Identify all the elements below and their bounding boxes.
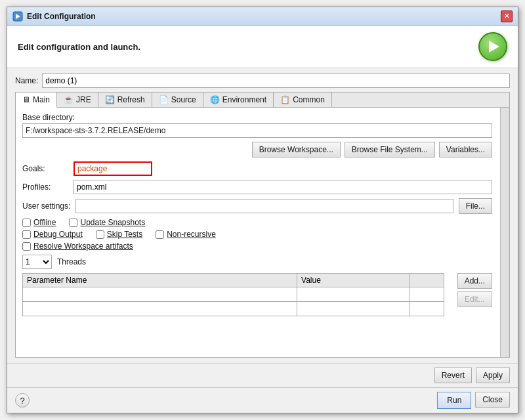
title-bar-left: Edit Configuration — [12, 11, 96, 22]
base-directory-label: Base directory: — [22, 113, 503, 122]
tab-main-label: Main — [33, 95, 50, 104]
checkbox-row-1: Offline Update Snapshots — [22, 218, 492, 227]
debug-output-label: Debug Output — [33, 230, 83, 239]
base-directory-section: Base directory: — [22, 113, 503, 138]
common-tab-icon: 📋 — [280, 95, 290, 104]
skip-tests-label: Skip Tests — [107, 230, 142, 239]
checkbox-row-3: Resolve Workspace artifacts — [22, 242, 492, 251]
name-input[interactable] — [42, 74, 510, 88]
header-text: Edit configuration and launch. — [18, 42, 140, 52]
user-settings-label: User settings: — [22, 201, 70, 211]
apply-button[interactable]: Apply — [476, 368, 510, 383]
footer-area: Revert Apply — [7, 363, 518, 387]
table-cell-extra — [410, 302, 444, 316]
update-snapshots-label: Update Snapshots — [80, 218, 145, 227]
tab-content-main: Base directory: Browse Workspace... Brow… — [16, 108, 509, 357]
params-table-wrapper: Parameter Name Value — [22, 273, 455, 316]
params-section: Parameter Name Value — [22, 273, 492, 316]
content-area: Name: 🖥 Main ☕ JRE 🔄 Refresh — [7, 68, 518, 363]
browse-row: Browse Workspace... Browse File System..… — [22, 142, 492, 158]
help-button[interactable]: ? — [15, 393, 30, 408]
scrollbar[interactable] — [500, 108, 509, 357]
browse-filesystem-button[interactable]: Browse File System... — [345, 142, 435, 158]
resolve-artifacts-label: Resolve Workspace artifacts — [33, 242, 133, 251]
user-settings-input[interactable] — [75, 199, 453, 213]
threads-row: 1 2 4 Threads — [22, 255, 492, 269]
bottom-right: Run Close — [437, 392, 510, 409]
skip-tests-checkbox-item[interactable]: Skip Tests — [96, 230, 142, 239]
profiles-label: Profiles: — [22, 182, 68, 192]
name-row: Name: — [15, 74, 510, 88]
run-button[interactable]: Run — [437, 392, 471, 409]
environment-tab-icon: 🌐 — [210, 95, 220, 104]
skip-tests-checkbox[interactable] — [96, 230, 104, 239]
tab-environment-label: Environment — [222, 95, 266, 104]
update-snapshots-checkbox-item[interactable]: Update Snapshots — [69, 218, 145, 227]
update-snapshots-checkbox[interactable] — [69, 219, 77, 227]
table-cell-value — [297, 302, 410, 316]
user-settings-row: User settings: File... — [22, 198, 492, 214]
browse-workspace-button[interactable]: Browse Workspace... — [252, 142, 341, 158]
resolve-artifacts-checkbox[interactable] — [22, 242, 31, 251]
base-directory-input[interactable] — [22, 123, 492, 138]
main-tab-icon: 🖥 — [22, 95, 30, 104]
edit-param-button: Edit... — [457, 291, 492, 307]
table-cell-extra — [410, 287, 444, 302]
tab-main[interactable]: 🖥 Main — [16, 93, 57, 108]
close-title-button[interactable]: ✕ — [501, 10, 513, 22]
profiles-input[interactable] — [74, 180, 492, 194]
tab-jre[interactable]: ☕ JRE — [57, 93, 98, 107]
tab-common[interactable]: 📋 Common — [274, 93, 332, 107]
tab-source-label: Source — [171, 95, 196, 104]
offline-checkbox[interactable] — [22, 219, 31, 227]
header-area: Edit configuration and launch. — [7, 26, 518, 68]
add-param-button[interactable]: Add... — [457, 273, 492, 289]
value-column: Value — [297, 274, 410, 287]
dialog-title: Edit Configuration — [27, 12, 96, 21]
revert-button[interactable]: Revert — [434, 368, 472, 383]
table-cell-param — [23, 287, 297, 302]
tab-jre-label: JRE — [76, 95, 91, 104]
table-row — [23, 302, 444, 316]
dialog-icon — [12, 11, 23, 22]
non-recursive-checkbox[interactable] — [156, 230, 164, 239]
threads-select[interactable]: 1 2 4 — [22, 255, 52, 269]
non-recursive-checkbox-item[interactable]: Non-recursive — [156, 230, 216, 239]
tab-refresh[interactable]: 🔄 Refresh — [98, 93, 152, 107]
refresh-tab-icon: 🔄 — [105, 95, 115, 104]
goals-row: Goals: — [22, 161, 492, 176]
tab-source[interactable]: 📄 Source — [152, 93, 203, 107]
debug-output-checkbox[interactable] — [22, 230, 31, 239]
footer-right: Revert Apply — [434, 368, 510, 383]
table-cell-value — [297, 287, 410, 302]
jre-tab-icon: ☕ — [64, 95, 74, 104]
offline-checkbox-item[interactable]: Offline — [22, 218, 56, 227]
resolve-artifacts-checkbox-item[interactable]: Resolve Workspace artifacts — [22, 242, 133, 251]
file-button[interactable]: File... — [459, 198, 492, 214]
run-triangle-icon — [489, 41, 499, 52]
offline-label: Offline — [33, 218, 56, 227]
checkboxes-section: Offline Update Snapshots Debug Output — [22, 218, 492, 251]
run-header-button[interactable] — [478, 32, 507, 61]
profiles-row: Profiles: — [22, 180, 492, 194]
debug-output-checkbox-item[interactable]: Debug Output — [22, 230, 83, 239]
param-name-column: Parameter Name — [23, 274, 297, 287]
tab-refresh-label: Refresh — [117, 95, 145, 104]
goals-input[interactable] — [74, 161, 152, 176]
tabs-container: 🖥 Main ☕ JRE 🔄 Refresh 📄 Source 🌐 — [15, 92, 510, 358]
params-table: Parameter Name Value — [22, 273, 444, 316]
tab-environment[interactable]: 🌐 Environment — [203, 93, 274, 107]
bottom-bar: ? Run Close — [7, 387, 518, 413]
threads-label: Threads — [57, 257, 86, 266]
edit-configuration-dialog: Edit Configuration ✕ Edit configuration … — [7, 7, 518, 413]
title-bar: Edit Configuration ✕ — [7, 7, 518, 26]
checkbox-row-2: Debug Output Skip Tests Non-recursive — [22, 230, 492, 239]
table-cell-param — [23, 302, 297, 316]
variables-button[interactable]: Variables... — [439, 142, 492, 158]
tab-common-label: Common — [293, 95, 325, 104]
name-label: Name: — [15, 76, 38, 85]
close-button[interactable]: Close — [475, 392, 510, 408]
non-recursive-label: Non-recursive — [167, 230, 216, 239]
source-tab-icon: 📄 — [159, 95, 169, 104]
table-row — [23, 287, 444, 302]
